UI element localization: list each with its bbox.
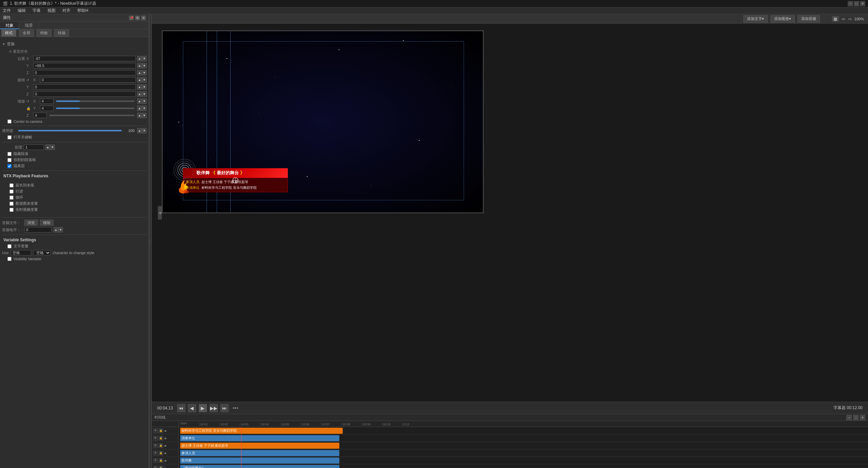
track-2-lock[interactable]: 🔒 [158,436,163,441]
track-4-lock[interactable]: 🔒 [158,451,163,455]
timeline-close-button[interactable]: ✕ [860,415,865,420]
close-button[interactable]: ✕ [860,1,865,6]
keyframe-checkbox[interactable] [7,135,12,139]
track-1-visibility[interactable]: 👁 [153,428,158,433]
scale-y-up[interactable]: ▲ [137,106,142,111]
position-z-input[interactable] [33,70,136,75]
panel-settings-button[interactable]: ⚙ [135,16,140,20]
scale-x-down[interactable]: ▼ [142,98,147,104]
scale-z-input[interactable] [33,113,47,118]
rotation-y-down[interactable]: ▼ [142,84,147,90]
ntx-advance-checkbox[interactable] [9,190,14,194]
track-2-expand[interactable]: ▶ [164,437,167,440]
scale-y-input[interactable] [40,106,54,111]
track-4-expand[interactable]: ▶ [164,451,167,455]
use-select[interactable]: 空格 [33,250,51,255]
prev-frame-button[interactable]: ◀ [188,404,196,412]
position-x-down[interactable]: ▼ [142,56,147,61]
audio-remove-button[interactable]: 移除 [40,220,54,226]
ntx-data-checkbox[interactable] [9,202,14,206]
menu-view[interactable]: 视图 [46,8,57,14]
position-z-down[interactable]: ▼ [142,70,147,75]
rotation-x-down[interactable]: ▼ [142,77,147,83]
use-input[interactable] [11,250,31,255]
opacity-slider[interactable] [18,130,122,131]
sub-tab-effect[interactable]: 特效 [37,29,51,37]
hide-paragraph-checkbox[interactable] [7,152,12,156]
sub-tab-style[interactable]: 样式 [1,29,16,37]
play-button[interactable]: ▶ [199,404,207,412]
menu-edit[interactable]: 编辑 [16,8,27,14]
track-clip-6[interactable]: 《最好的舞台》 [180,465,339,468]
track-5-lock[interactable]: 🔒 [158,458,163,463]
rotation-z-down[interactable]: ▼ [142,91,147,97]
audio-level-down[interactable]: ▼ [58,227,63,232]
track-6-lock[interactable]: 🔒 [158,466,163,468]
minimize-button[interactable]: ─ [848,1,853,6]
ntx-live-checkbox[interactable] [9,208,14,212]
scale-x-up[interactable]: ▲ [137,98,142,104]
scale-z-down[interactable]: ▼ [142,113,147,118]
next-frame-button[interactable]: ▶▶ [210,404,218,412]
rotation-x-up[interactable]: ▲ [137,77,142,83]
rotation-y-input[interactable] [33,84,136,90]
opacity-down[interactable]: ▼ [142,128,147,133]
layer-up[interactable]: ▲ [45,144,50,150]
track-3-visibility[interactable]: 👁 [153,443,158,448]
panel-resize-handle[interactable]: ⋮ [149,14,152,468]
reset-label[interactable]: 重置所有 [13,49,28,54]
menu-align[interactable]: 对齐 [61,8,72,14]
opacity-up[interactable]: ▲ [137,128,142,133]
track-4-visibility[interactable]: 👁 [153,451,158,455]
scale-x-input[interactable] [40,98,54,104]
audio-level-input[interactable] [24,227,51,232]
position-x-input[interactable] [33,56,136,61]
track-clip-5[interactable]: 歌伴舞 [180,458,339,464]
ntx-extend-checkbox[interactable] [9,183,14,187]
adjust-frame-checkbox[interactable] [7,158,12,162]
timeline-expand-button[interactable]: □ [853,415,859,420]
track-3-lock[interactable]: 🔒 [158,443,163,448]
track-3-expand[interactable]: ▶ [164,444,167,447]
scale-z-up[interactable]: ▲ [137,113,142,118]
track-clip-1[interactable]: 材料科学与工程学院 音乐与舞蹈学院 [180,428,343,434]
track-1-lock[interactable]: 🔒 [158,428,163,433]
ntx-loop-checkbox[interactable] [9,196,14,200]
layer-input[interactable] [24,144,44,150]
menu-subtitle[interactable]: 字幕 [31,8,42,14]
position-y-down[interactable]: ▼ [142,63,147,68]
track-clip-2[interactable]: 演奏单位 [180,435,339,441]
track-clip-3[interactable]: 赵士博 王佳俊 于子娟 秦欣茹等 [180,443,339,449]
panel-expand-handle[interactable]: ◀ [158,206,162,220]
layer-down[interactable]: ▼ [50,144,55,150]
rotation-z-up[interactable]: ▲ [137,91,142,97]
position-x-up[interactable]: ▲ [137,56,142,61]
track-1-expand[interactable]: ▶ [164,429,167,432]
add-shape-button[interactable]: 添加图形▾ [770,15,795,23]
track-clip-4[interactable]: 参演人员 [180,450,339,456]
track-2-visibility[interactable]: 👁 [153,436,158,441]
add-text-button[interactable]: 添加文字▾ [743,15,768,23]
skip-fwd-button[interactable]: ⏭ [220,404,229,412]
panel-close-button[interactable]: ✕ [141,16,146,20]
add-audio-button[interactable]: 添加音频 [798,15,820,23]
audio-browse-button[interactable]: 浏览 [24,220,38,226]
text-var-checkbox[interactable] [7,244,12,248]
rotation-y-up[interactable]: ▲ [137,84,142,90]
position-y-up[interactable]: ▲ [137,63,142,68]
sub-tab-transition[interactable]: 转场 [54,29,69,37]
tab-scene[interactable]: 场景 [19,22,39,29]
isolate-checkbox[interactable] [7,164,12,168]
audio-level-up[interactable]: ▲ [54,227,58,232]
scale-y-down[interactable]: ▼ [142,106,147,111]
maximize-button[interactable]: □ [854,1,859,6]
position-y-input[interactable] [33,63,136,68]
skip-back-button[interactable]: ⏮ [177,404,185,412]
transform-section-header[interactable]: ▼ 变换 [2,41,147,47]
position-z-up[interactable]: ▲ [137,70,142,75]
menu-file[interactable]: 文件 [1,8,12,14]
vis-var-checkbox[interactable] [7,257,12,261]
rotation-x-input[interactable] [40,77,136,83]
track-5-visibility[interactable]: 👁 [153,458,158,463]
timeline-minimize-button[interactable]: ─ [846,415,852,420]
